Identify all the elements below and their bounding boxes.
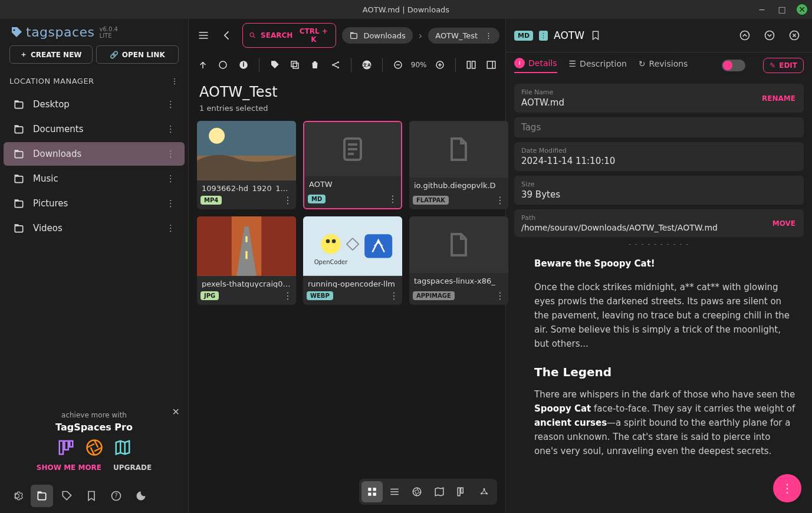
svg-point-41 bbox=[321, 234, 341, 254]
close-panel-icon[interactable] bbox=[785, 26, 804, 45]
more-icon[interactable]: ⋮ bbox=[166, 173, 175, 184]
sidebar: tagspaces v6.0.4 LITE ＋ CREATE NEW 🔗 OPE… bbox=[0, 19, 189, 513]
help-icon[interactable]: ? bbox=[105, 485, 127, 507]
close-icon[interactable]: ✕ bbox=[172, 406, 180, 417]
back-icon[interactable] bbox=[218, 26, 236, 45]
move-button[interactable]: MOVE bbox=[772, 219, 795, 228]
tab-details[interactable]: i Details bbox=[514, 58, 557, 73]
bookmark-icon[interactable] bbox=[80, 485, 103, 507]
sidebar-item-downloads[interactable]: Downloads⋮ bbox=[4, 142, 185, 166]
field-tags[interactable]: Tags bbox=[514, 117, 804, 137]
zoom-in-icon[interactable] bbox=[433, 55, 447, 74]
next-file-icon[interactable] bbox=[760, 26, 779, 45]
svg-rect-6 bbox=[15, 226, 22, 232]
sidebar-item-music[interactable]: Music⋮ bbox=[4, 167, 185, 190]
sidebar-icon[interactable] bbox=[484, 55, 498, 74]
kanban-view-icon[interactable] bbox=[451, 481, 472, 502]
panel-icon[interactable] bbox=[464, 55, 478, 74]
ai-icon[interactable]: 文A bbox=[360, 55, 374, 74]
settings-icon[interactable] bbox=[6, 485, 28, 507]
minimize-button[interactable]: − bbox=[757, 4, 767, 15]
gallery-view-icon[interactable] bbox=[406, 481, 428, 502]
file-card[interactable]: pexels-thatguycraig000 JPG⋮ bbox=[197, 216, 296, 305]
copy-icon[interactable] bbox=[288, 55, 302, 74]
sidebar-item-videos[interactable]: Videos⋮ bbox=[4, 216, 185, 240]
file-card[interactable]: io.github.diegopvlk.D FLATPAK⋮ bbox=[409, 121, 508, 209]
search-button[interactable]: SEARCH CTRL + K bbox=[242, 23, 337, 48]
more-icon[interactable]: ⋮ bbox=[166, 99, 175, 110]
svg-rect-15 bbox=[351, 34, 357, 39]
theme-icon[interactable] bbox=[130, 485, 152, 507]
edition-label: LITE bbox=[100, 32, 118, 39]
edit-button[interactable]: ✎ EDIT bbox=[763, 58, 804, 73]
more-icon[interactable]: ⋮ bbox=[389, 290, 399, 301]
file-card[interactable]: AOTW MD⋮ bbox=[303, 121, 402, 209]
svg-rect-2 bbox=[15, 127, 22, 133]
share-icon[interactable] bbox=[328, 55, 342, 74]
tab-description[interactable]: ☰ Description bbox=[569, 59, 627, 72]
file-card[interactable]: 1093662-hd_1920_1080 MP4⋮ bbox=[197, 121, 296, 209]
logo[interactable]: tagspaces v6.0.4 LITE bbox=[9, 25, 118, 40]
bookmark-file-icon[interactable] bbox=[590, 30, 601, 41]
more-icon[interactable]: ⋮ bbox=[283, 290, 292, 301]
file-card[interactable]: OpenCoder running-opencoder-llm WEBP⋮ bbox=[303, 216, 402, 305]
zoom-out-icon[interactable] bbox=[391, 55, 405, 74]
more-icon[interactable]: ⋮ bbox=[166, 124, 175, 134]
more-icon[interactable]: ⋮ bbox=[166, 149, 175, 159]
more-icon[interactable]: ⋮ bbox=[388, 193, 397, 205]
logo-text: tagspaces bbox=[26, 25, 95, 40]
window-title: AOTW.md | Downloads bbox=[363, 5, 449, 14]
folder-view-icon[interactable] bbox=[31, 485, 53, 507]
maximize-button[interactable]: □ bbox=[777, 4, 787, 15]
map-view-icon[interactable] bbox=[429, 481, 450, 502]
svg-point-56 bbox=[741, 31, 749, 40]
more-icon[interactable]: ⋮ bbox=[495, 195, 505, 206]
file-name-label: 1093662-hd_1920_1080 bbox=[197, 180, 296, 192]
field-filename[interactable]: File Name AOTW.md RENAME bbox=[514, 84, 804, 113]
location-menu-icon[interactable]: ⋮ bbox=[171, 77, 179, 86]
up-icon[interactable] bbox=[196, 55, 210, 74]
more-icon[interactable]: ⋮ bbox=[166, 223, 175, 234]
file-thumbnail bbox=[304, 122, 401, 176]
sidebar-item-documents[interactable]: Documents⋮ bbox=[4, 117, 185, 141]
folder-icon bbox=[13, 123, 25, 135]
create-new-button[interactable]: ＋ CREATE NEW bbox=[9, 45, 93, 64]
file-name-label: tagspaces-linux-x86_ bbox=[409, 273, 508, 288]
upgrade-link[interactable]: UPGRADE bbox=[113, 463, 152, 472]
more-icon[interactable]: ⋮ bbox=[283, 195, 292, 206]
rename-button[interactable]: RENAME bbox=[762, 94, 795, 103]
file-chip-more-icon[interactable]: ⋮ bbox=[539, 31, 548, 41]
breadcrumb-current[interactable]: AOTW_Test ⋮ bbox=[428, 28, 499, 44]
menu-icon[interactable] bbox=[195, 26, 212, 45]
sidebar-item-desktop[interactable]: Desktop⋮ bbox=[4, 93, 185, 116]
more-icon[interactable]: ⋮ bbox=[485, 31, 492, 40]
field-path[interactable]: Path /home/sourav/Downloads/AOTW_Test/AO… bbox=[514, 209, 804, 237]
delete-icon[interactable] bbox=[308, 55, 322, 74]
sidebar-item-pictures[interactable]: Pictures⋮ bbox=[4, 192, 185, 215]
file-thumbnail bbox=[197, 121, 296, 180]
info-icon[interactable]: i bbox=[236, 55, 251, 74]
file-card[interactable]: tagspaces-linux-x86_ APPIMAGE⋮ bbox=[409, 216, 508, 305]
tag-view-icon[interactable] bbox=[55, 485, 78, 507]
more-icon[interactable]: ⋮ bbox=[495, 290, 505, 301]
toggle-switch[interactable] bbox=[722, 60, 745, 71]
svg-rect-9 bbox=[70, 441, 73, 447]
grid-view-icon[interactable] bbox=[361, 481, 383, 502]
graph-view-icon[interactable] bbox=[474, 481, 495, 502]
close-button[interactable]: ✕ bbox=[797, 4, 807, 15]
svg-rect-46 bbox=[368, 488, 371, 491]
svg-point-22 bbox=[337, 61, 339, 63]
more-icon[interactable]: ⋮ bbox=[166, 198, 175, 209]
select-icon[interactable] bbox=[216, 55, 230, 74]
main-area: SEARCH CTRL + K Downloads › AOTW_Test ⋮ … bbox=[189, 19, 505, 513]
breadcrumb-downloads[interactable]: Downloads bbox=[342, 27, 412, 44]
plus-icon: ＋ bbox=[20, 50, 27, 60]
file-ext-chip: APPIMAGE bbox=[413, 291, 455, 300]
tab-revisions[interactable]: ↻ Revisions bbox=[639, 59, 688, 72]
fab-more-button[interactable]: ⋮ bbox=[773, 474, 801, 502]
list-view-icon[interactable] bbox=[384, 481, 405, 502]
open-link-button[interactable]: 🔗 OPEN LINK bbox=[96, 45, 179, 64]
prev-file-icon[interactable] bbox=[735, 26, 754, 45]
show-more-link[interactable]: SHOW ME MORE bbox=[37, 463, 101, 472]
tag-icon[interactable] bbox=[268, 55, 282, 74]
